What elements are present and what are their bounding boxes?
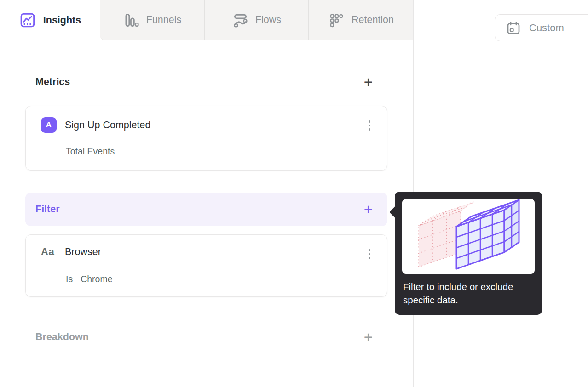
breakdown-section-header: Breakdown + bbox=[25, 327, 387, 347]
filter-condition: Is Chrome bbox=[66, 274, 113, 285]
calendar-icon bbox=[506, 20, 521, 36]
data-cube-illustration bbox=[402, 199, 535, 274]
filter-card-row: Aa Browser bbox=[41, 246, 101, 258]
retention-dots-icon bbox=[328, 12, 345, 28]
kebab-dot bbox=[369, 249, 371, 251]
filter-label: Filter bbox=[35, 204, 60, 215]
tab-insights[interactable]: Insights bbox=[0, 0, 100, 40]
text-property-icon: Aa bbox=[41, 246, 58, 258]
funnels-bars-icon bbox=[123, 12, 139, 28]
metric-card-row: A Sign Up Completed bbox=[41, 117, 150, 133]
filter-value[interactable]: Chrome bbox=[81, 274, 112, 285]
kebab-dot bbox=[369, 128, 371, 131]
add-breakdown-button[interactable]: + bbox=[364, 330, 373, 345]
tab-insights-label: Insights bbox=[43, 15, 81, 26]
tab-flows[interactable]: Flows bbox=[204, 0, 308, 40]
metric-card-menu-button[interactable] bbox=[365, 118, 374, 133]
tooltip-text: Filter to include or exclude specific da… bbox=[403, 280, 520, 307]
metrics-label: Metrics bbox=[35, 76, 70, 88]
tab-funnels-label: Funnels bbox=[146, 14, 182, 26]
breakdown-label: Breakdown bbox=[35, 331, 89, 343]
tab-flows-label: Flows bbox=[255, 14, 281, 26]
filter-card-browser[interactable]: Aa Browser Is Chrome bbox=[25, 234, 387, 297]
kebab-dot bbox=[369, 257, 371, 259]
filter-section-header[interactable]: Filter + bbox=[25, 193, 387, 226]
event-a-badge: A bbox=[41, 117, 57, 133]
metric-event-name: Sign Up Completed bbox=[65, 120, 150, 131]
metrics-section-header: Metrics + bbox=[25, 72, 387, 91]
filter-property-name: Browser bbox=[65, 246, 101, 258]
add-filter-button[interactable]: + bbox=[364, 202, 373, 217]
filter-card-menu-button[interactable] bbox=[365, 247, 374, 262]
flows-wave-icon bbox=[232, 12, 248, 28]
metric-card-sign-up-completed[interactable]: A Sign Up Completed Total Events bbox=[25, 106, 387, 171]
app-window: Insights Funnels bbox=[0, 0, 588, 387]
kebab-dot bbox=[369, 253, 371, 256]
filter-tooltip: Filter to include or exclude specific da… bbox=[395, 192, 542, 315]
inactive-tabs-group: Funnels Flows bbox=[100, 0, 413, 40]
insights-chart-icon bbox=[19, 12, 36, 28]
tab-retention[interactable]: Retention bbox=[308, 0, 413, 40]
custom-date-range-label: Custom bbox=[529, 22, 564, 34]
tooltip-illustration bbox=[402, 199, 535, 274]
add-metric-button[interactable]: + bbox=[364, 74, 373, 90]
tab-funnels[interactable]: Funnels bbox=[100, 0, 204, 40]
query-builder-panel: Insights Funnels bbox=[0, 0, 413, 387]
report-tabbar: Insights Funnels bbox=[0, 0, 413, 40]
metric-aggregation[interactable]: Total Events bbox=[66, 146, 115, 157]
filter-operator[interactable]: Is bbox=[66, 274, 73, 285]
kebab-dot bbox=[369, 125, 371, 127]
custom-date-range-button[interactable]: Custom bbox=[495, 14, 588, 41]
kebab-dot bbox=[369, 120, 371, 123]
tab-retention-label: Retention bbox=[352, 14, 394, 26]
